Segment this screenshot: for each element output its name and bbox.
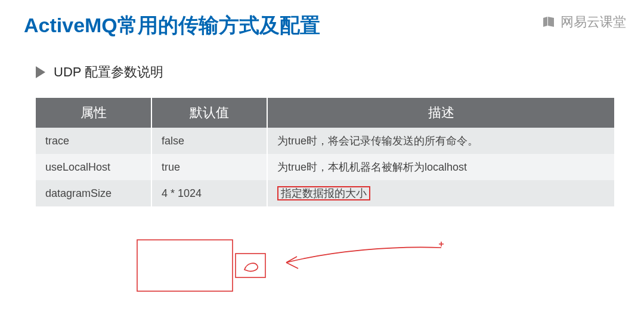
watermark-text: 网易云课堂 [561,13,626,31]
watermark: 网易云课堂 [541,13,626,31]
annotation-arrow-shaft [286,247,441,263]
section-title: UDP 配置参数说明 [54,63,163,81]
cell-default: 4 * 1024 [151,180,267,206]
table-header-row: 属性 默认值 描述 [36,98,614,128]
cell-attr: datagramSize [36,180,151,206]
triangle-bullet-icon [36,66,45,78]
book-icon [541,15,556,29]
cell-desc: 为true时，将会记录传输发送的所有命令。 [267,128,614,154]
cell-default: true [151,154,267,180]
annotation-box [137,240,233,291]
section-header: UDP 配置参数说明 [36,63,614,81]
cell-desc: 指定数据报的大小 [267,180,614,206]
col-header-attr: 属性 [36,98,151,128]
cell-default: false [151,128,267,154]
annotation-cross-mark [439,242,444,246]
table-row: useLocalHost true 为true时，本机机器名被解析为localh… [36,154,614,180]
table-row: trace false 为true时，将会记录传输发送的所有命令。 [36,128,614,154]
col-header-default: 默认值 [151,98,267,128]
cell-attr: useLocalHost [36,154,151,180]
col-header-desc: 描述 [267,98,614,128]
annotation-arrow-head [286,257,298,268]
highlighted-desc: 指定数据报的大小 [277,186,370,200]
annotation-cursor-icon [244,263,258,271]
annotation-cursor-box [236,254,265,277]
table-row: datagramSize 4 * 1024 指定数据报的大小 [36,180,614,206]
params-table: 属性 默认值 描述 trace false 为true时，将会记录传输发送的所有… [36,98,614,206]
cell-desc: 为true时，本机机器名被解析为localhost [267,154,614,180]
udp-section: UDP 配置参数说明 属性 默认值 描述 trace false 为true时，… [0,39,644,206]
cell-attr: trace [36,128,151,154]
